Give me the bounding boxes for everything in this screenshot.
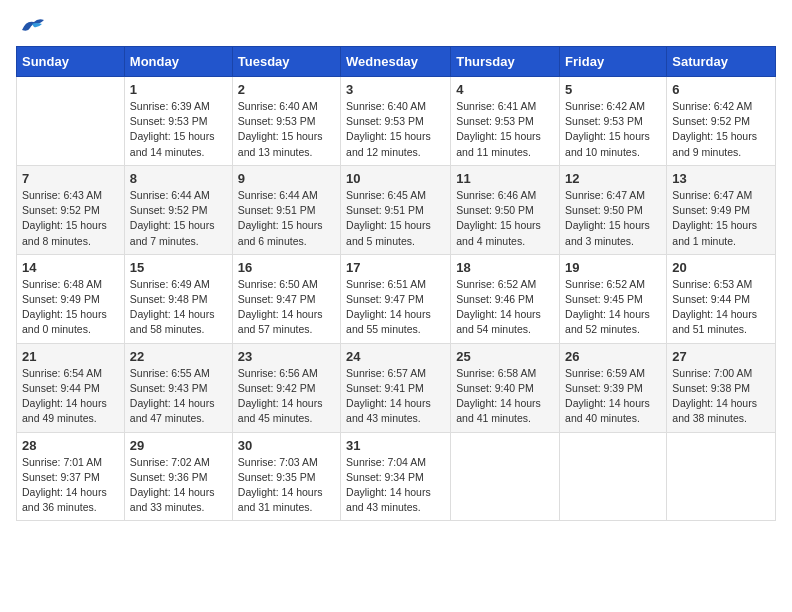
day-number: 27 (672, 349, 770, 364)
week-row-2: 7Sunrise: 6:43 AMSunset: 9:52 PMDaylight… (17, 165, 776, 254)
day-number: 20 (672, 260, 770, 275)
day-number: 6 (672, 82, 770, 97)
day-number: 12 (565, 171, 661, 186)
day-info: Sunrise: 7:00 AMSunset: 9:38 PMDaylight:… (672, 366, 770, 427)
calendar-cell: 3Sunrise: 6:40 AMSunset: 9:53 PMDaylight… (341, 77, 451, 166)
day-info: Sunrise: 6:42 AMSunset: 9:52 PMDaylight:… (672, 99, 770, 160)
day-info: Sunrise: 6:48 AMSunset: 9:49 PMDaylight:… (22, 277, 119, 338)
calendar-cell: 2Sunrise: 6:40 AMSunset: 9:53 PMDaylight… (232, 77, 340, 166)
day-info: Sunrise: 6:56 AMSunset: 9:42 PMDaylight:… (238, 366, 335, 427)
week-row-4: 21Sunrise: 6:54 AMSunset: 9:44 PMDayligh… (17, 343, 776, 432)
day-of-week-thursday: Thursday (451, 47, 560, 77)
day-info: Sunrise: 6:57 AMSunset: 9:41 PMDaylight:… (346, 366, 445, 427)
day-info: Sunrise: 6:51 AMSunset: 9:47 PMDaylight:… (346, 277, 445, 338)
day-number: 1 (130, 82, 227, 97)
days-of-week-row: SundayMondayTuesdayWednesdayThursdayFrid… (17, 47, 776, 77)
calendar-cell (667, 432, 776, 521)
calendar-cell: 24Sunrise: 6:57 AMSunset: 9:41 PMDayligh… (341, 343, 451, 432)
day-of-week-monday: Monday (124, 47, 232, 77)
calendar-cell: 20Sunrise: 6:53 AMSunset: 9:44 PMDayligh… (667, 254, 776, 343)
calendar-cell: 12Sunrise: 6:47 AMSunset: 9:50 PMDayligh… (560, 165, 667, 254)
day-info: Sunrise: 6:44 AMSunset: 9:51 PMDaylight:… (238, 188, 335, 249)
week-row-1: 1Sunrise: 6:39 AMSunset: 9:53 PMDaylight… (17, 77, 776, 166)
day-number: 16 (238, 260, 335, 275)
day-number: 30 (238, 438, 335, 453)
calendar-header: SundayMondayTuesdayWednesdayThursdayFrid… (17, 47, 776, 77)
day-info: Sunrise: 6:47 AMSunset: 9:49 PMDaylight:… (672, 188, 770, 249)
calendar-cell: 13Sunrise: 6:47 AMSunset: 9:49 PMDayligh… (667, 165, 776, 254)
calendar-cell: 17Sunrise: 6:51 AMSunset: 9:47 PMDayligh… (341, 254, 451, 343)
day-info: Sunrise: 6:50 AMSunset: 9:47 PMDaylight:… (238, 277, 335, 338)
day-info: Sunrise: 6:42 AMSunset: 9:53 PMDaylight:… (565, 99, 661, 160)
page-header (16, 16, 776, 38)
calendar-cell: 14Sunrise: 6:48 AMSunset: 9:49 PMDayligh… (17, 254, 125, 343)
day-number: 3 (346, 82, 445, 97)
calendar-cell: 4Sunrise: 6:41 AMSunset: 9:53 PMDaylight… (451, 77, 560, 166)
day-number: 19 (565, 260, 661, 275)
calendar-cell: 7Sunrise: 6:43 AMSunset: 9:52 PMDaylight… (17, 165, 125, 254)
day-info: Sunrise: 6:40 AMSunset: 9:53 PMDaylight:… (238, 99, 335, 160)
calendar-cell: 28Sunrise: 7:01 AMSunset: 9:37 PMDayligh… (17, 432, 125, 521)
day-number: 26 (565, 349, 661, 364)
calendar-cell: 23Sunrise: 6:56 AMSunset: 9:42 PMDayligh… (232, 343, 340, 432)
calendar-cell: 10Sunrise: 6:45 AMSunset: 9:51 PMDayligh… (341, 165, 451, 254)
day-of-week-saturday: Saturday (667, 47, 776, 77)
day-number: 25 (456, 349, 554, 364)
day-number: 13 (672, 171, 770, 186)
day-of-week-friday: Friday (560, 47, 667, 77)
day-number: 10 (346, 171, 445, 186)
calendar-cell: 15Sunrise: 6:49 AMSunset: 9:48 PMDayligh… (124, 254, 232, 343)
day-number: 11 (456, 171, 554, 186)
day-info: Sunrise: 6:41 AMSunset: 9:53 PMDaylight:… (456, 99, 554, 160)
day-info: Sunrise: 6:58 AMSunset: 9:40 PMDaylight:… (456, 366, 554, 427)
calendar-cell: 6Sunrise: 6:42 AMSunset: 9:52 PMDaylight… (667, 77, 776, 166)
day-number: 4 (456, 82, 554, 97)
calendar-cell (17, 77, 125, 166)
day-of-week-sunday: Sunday (17, 47, 125, 77)
week-row-5: 28Sunrise: 7:01 AMSunset: 9:37 PMDayligh… (17, 432, 776, 521)
day-info: Sunrise: 6:39 AMSunset: 9:53 PMDaylight:… (130, 99, 227, 160)
day-info: Sunrise: 7:04 AMSunset: 9:34 PMDaylight:… (346, 455, 445, 516)
day-info: Sunrise: 6:46 AMSunset: 9:50 PMDaylight:… (456, 188, 554, 249)
calendar-cell: 8Sunrise: 6:44 AMSunset: 9:52 PMDaylight… (124, 165, 232, 254)
day-number: 29 (130, 438, 227, 453)
day-number: 22 (130, 349, 227, 364)
day-info: Sunrise: 6:43 AMSunset: 9:52 PMDaylight:… (22, 188, 119, 249)
calendar-cell (560, 432, 667, 521)
calendar-cell: 5Sunrise: 6:42 AMSunset: 9:53 PMDaylight… (560, 77, 667, 166)
logo-bird-icon (18, 16, 46, 38)
day-info: Sunrise: 6:44 AMSunset: 9:52 PMDaylight:… (130, 188, 227, 249)
day-number: 14 (22, 260, 119, 275)
calendar-cell: 31Sunrise: 7:04 AMSunset: 9:34 PMDayligh… (341, 432, 451, 521)
day-info: Sunrise: 6:55 AMSunset: 9:43 PMDaylight:… (130, 366, 227, 427)
day-number: 28 (22, 438, 119, 453)
day-number: 7 (22, 171, 119, 186)
day-number: 18 (456, 260, 554, 275)
calendar-cell: 30Sunrise: 7:03 AMSunset: 9:35 PMDayligh… (232, 432, 340, 521)
day-of-week-wednesday: Wednesday (341, 47, 451, 77)
calendar-cell: 1Sunrise: 6:39 AMSunset: 9:53 PMDaylight… (124, 77, 232, 166)
calendar-table: SundayMondayTuesdayWednesdayThursdayFrid… (16, 46, 776, 521)
day-number: 23 (238, 349, 335, 364)
calendar-cell: 25Sunrise: 6:58 AMSunset: 9:40 PMDayligh… (451, 343, 560, 432)
day-of-week-tuesday: Tuesday (232, 47, 340, 77)
calendar-body: 1Sunrise: 6:39 AMSunset: 9:53 PMDaylight… (17, 77, 776, 521)
calendar-cell: 27Sunrise: 7:00 AMSunset: 9:38 PMDayligh… (667, 343, 776, 432)
day-info: Sunrise: 6:54 AMSunset: 9:44 PMDaylight:… (22, 366, 119, 427)
day-number: 9 (238, 171, 335, 186)
day-info: Sunrise: 6:53 AMSunset: 9:44 PMDaylight:… (672, 277, 770, 338)
calendar-cell: 29Sunrise: 7:02 AMSunset: 9:36 PMDayligh… (124, 432, 232, 521)
day-info: Sunrise: 7:01 AMSunset: 9:37 PMDaylight:… (22, 455, 119, 516)
day-number: 31 (346, 438, 445, 453)
day-number: 17 (346, 260, 445, 275)
calendar-cell: 9Sunrise: 6:44 AMSunset: 9:51 PMDaylight… (232, 165, 340, 254)
calendar-cell: 22Sunrise: 6:55 AMSunset: 9:43 PMDayligh… (124, 343, 232, 432)
day-info: Sunrise: 6:52 AMSunset: 9:46 PMDaylight:… (456, 277, 554, 338)
day-info: Sunrise: 6:59 AMSunset: 9:39 PMDaylight:… (565, 366, 661, 427)
day-info: Sunrise: 6:52 AMSunset: 9:45 PMDaylight:… (565, 277, 661, 338)
day-number: 8 (130, 171, 227, 186)
calendar-cell: 19Sunrise: 6:52 AMSunset: 9:45 PMDayligh… (560, 254, 667, 343)
day-info: Sunrise: 6:47 AMSunset: 9:50 PMDaylight:… (565, 188, 661, 249)
day-info: Sunrise: 6:40 AMSunset: 9:53 PMDaylight:… (346, 99, 445, 160)
calendar-cell: 11Sunrise: 6:46 AMSunset: 9:50 PMDayligh… (451, 165, 560, 254)
